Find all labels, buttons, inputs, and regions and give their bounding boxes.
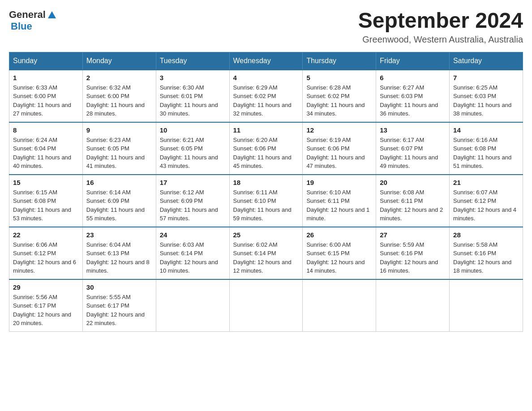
- table-row: 14Sunrise: 6:16 AMSunset: 6:08 PMDayligh…: [450, 122, 523, 175]
- svg-marker-0: [48, 11, 56, 18]
- day-info: Sunrise: 5:56 AMSunset: 6:17 PMDaylight:…: [13, 293, 79, 328]
- table-row: 30Sunrise: 5:55 AMSunset: 6:17 PMDayligh…: [82, 279, 156, 332]
- logo-text-general: General: [9, 9, 46, 21]
- table-row: [229, 279, 303, 332]
- day-number: 27: [380, 231, 446, 239]
- title-section: September 2024 Greenwood, Western Austra…: [358, 9, 523, 45]
- table-row: 9Sunrise: 6:23 AMSunset: 6:05 PMDaylight…: [82, 122, 156, 175]
- day-info: Sunrise: 5:58 AMSunset: 6:16 PMDaylight:…: [453, 240, 519, 275]
- day-number: 30: [86, 283, 152, 291]
- table-row: 15Sunrise: 6:15 AMSunset: 6:08 PMDayligh…: [9, 175, 83, 227]
- day-number: 23: [86, 231, 152, 239]
- day-info: Sunrise: 6:12 AMSunset: 6:09 PMDaylight:…: [160, 188, 226, 223]
- day-info: Sunrise: 6:28 AMSunset: 6:02 PMDaylight:…: [306, 83, 372, 118]
- day-number: 6: [380, 74, 446, 81]
- day-info: Sunrise: 6:33 AMSunset: 6:00 PMDaylight:…: [13, 83, 79, 118]
- day-info: Sunrise: 6:29 AMSunset: 6:02 PMDaylight:…: [233, 83, 299, 118]
- day-number: 15: [13, 179, 79, 186]
- day-number: 14: [453, 126, 519, 134]
- day-info: Sunrise: 6:20 AMSunset: 6:06 PMDaylight:…: [233, 136, 299, 171]
- day-number: 5: [306, 74, 372, 81]
- day-number: 12: [306, 126, 372, 134]
- calendar-week-row-3: 15Sunrise: 6:15 AMSunset: 6:08 PMDayligh…: [9, 175, 523, 227]
- table-row: [450, 279, 523, 332]
- day-info: Sunrise: 5:55 AMSunset: 6:17 PMDaylight:…: [86, 293, 152, 328]
- day-info: Sunrise: 6:17 AMSunset: 6:07 PMDaylight:…: [380, 136, 446, 171]
- table-row: [376, 279, 450, 332]
- location-subtitle: Greenwood, Western Australia, Australia: [358, 34, 523, 45]
- day-info: Sunrise: 6:21 AMSunset: 6:05 PMDaylight:…: [160, 136, 226, 171]
- col-header-thursday: Thursday: [303, 52, 376, 70]
- table-row: 22Sunrise: 6:06 AMSunset: 6:12 PMDayligh…: [9, 227, 83, 279]
- calendar-table: Sunday Monday Tuesday Wednesday Thursday…: [9, 52, 523, 332]
- day-number: 22: [13, 231, 79, 239]
- month-title: September 2024: [358, 9, 523, 33]
- table-row: 3Sunrise: 6:30 AMSunset: 6:01 PMDaylight…: [156, 70, 229, 122]
- day-number: 17: [160, 179, 226, 186]
- day-info: Sunrise: 6:07 AMSunset: 6:12 PMDaylight:…: [453, 188, 519, 223]
- table-row: 12Sunrise: 6:19 AMSunset: 6:06 PMDayligh…: [303, 122, 376, 175]
- table-row: 20Sunrise: 6:08 AMSunset: 6:11 PMDayligh…: [376, 175, 450, 227]
- table-row: 16Sunrise: 6:14 AMSunset: 6:09 PMDayligh…: [82, 175, 156, 227]
- day-number: 19: [306, 179, 372, 186]
- day-info: Sunrise: 6:06 AMSunset: 6:12 PMDaylight:…: [13, 240, 79, 275]
- day-info: Sunrise: 6:04 AMSunset: 6:13 PMDaylight:…: [86, 240, 152, 275]
- table-row: 26Sunrise: 6:00 AMSunset: 6:15 PMDayligh…: [303, 227, 376, 279]
- day-number: 24: [160, 231, 226, 239]
- table-row: 1Sunrise: 6:33 AMSunset: 6:00 PMDaylight…: [9, 70, 83, 122]
- day-number: 1: [13, 74, 79, 81]
- table-row: 24Sunrise: 6:03 AMSunset: 6:14 PMDayligh…: [156, 227, 229, 279]
- table-row: 7Sunrise: 6:25 AMSunset: 6:03 PMDaylight…: [450, 70, 523, 122]
- table-row: 8Sunrise: 6:24 AMSunset: 6:04 PMDaylight…: [9, 122, 83, 175]
- day-info: Sunrise: 6:11 AMSunset: 6:10 PMDaylight:…: [233, 188, 299, 223]
- col-header-monday: Monday: [82, 52, 156, 70]
- table-row: 23Sunrise: 6:04 AMSunset: 6:13 PMDayligh…: [82, 227, 156, 279]
- day-info: Sunrise: 6:27 AMSunset: 6:03 PMDaylight:…: [380, 83, 446, 118]
- logo-triangle-icon: [47, 10, 57, 20]
- table-row: 17Sunrise: 6:12 AMSunset: 6:09 PMDayligh…: [156, 175, 229, 227]
- day-number: 28: [453, 231, 519, 239]
- day-number: 26: [306, 231, 372, 239]
- day-number: 16: [86, 179, 152, 186]
- day-info: Sunrise: 6:16 AMSunset: 6:08 PMDaylight:…: [453, 136, 519, 171]
- day-info: Sunrise: 6:24 AMSunset: 6:04 PMDaylight:…: [13, 136, 79, 171]
- day-number: 4: [233, 74, 299, 81]
- day-info: Sunrise: 6:15 AMSunset: 6:08 PMDaylight:…: [13, 188, 79, 223]
- day-info: Sunrise: 6:14 AMSunset: 6:09 PMDaylight:…: [86, 188, 152, 223]
- day-number: 13: [380, 126, 446, 134]
- day-number: 20: [380, 179, 446, 186]
- table-row: 6Sunrise: 6:27 AMSunset: 6:03 PMDaylight…: [376, 70, 450, 122]
- table-row: 21Sunrise: 6:07 AMSunset: 6:12 PMDayligh…: [450, 175, 523, 227]
- col-header-saturday: Saturday: [450, 52, 523, 70]
- table-row: [156, 279, 229, 332]
- table-row: 13Sunrise: 6:17 AMSunset: 6:07 PMDayligh…: [376, 122, 450, 175]
- day-info: Sunrise: 6:25 AMSunset: 6:03 PMDaylight:…: [453, 83, 519, 118]
- day-info: Sunrise: 6:02 AMSunset: 6:14 PMDaylight:…: [233, 240, 299, 275]
- page-header: General Blue September 2024 Greenwood, W…: [9, 9, 523, 45]
- day-info: Sunrise: 6:00 AMSunset: 6:15 PMDaylight:…: [306, 240, 372, 275]
- table-row: 18Sunrise: 6:11 AMSunset: 6:10 PMDayligh…: [229, 175, 303, 227]
- col-header-tuesday: Tuesday: [156, 52, 229, 70]
- table-row: 10Sunrise: 6:21 AMSunset: 6:05 PMDayligh…: [156, 122, 229, 175]
- table-row: 4Sunrise: 6:29 AMSunset: 6:02 PMDaylight…: [229, 70, 303, 122]
- day-number: 7: [453, 74, 519, 81]
- col-header-wednesday: Wednesday: [229, 52, 303, 70]
- logo-text-blue: Blue: [11, 21, 32, 32]
- day-number: 9: [86, 126, 152, 134]
- table-row: 19Sunrise: 6:10 AMSunset: 6:11 PMDayligh…: [303, 175, 376, 227]
- calendar-week-row-1: 1Sunrise: 6:33 AMSunset: 6:00 PMDaylight…: [9, 70, 523, 122]
- logo: General Blue: [9, 9, 57, 32]
- table-row: [303, 279, 376, 332]
- calendar-header-row: Sunday Monday Tuesday Wednesday Thursday…: [9, 52, 523, 70]
- day-info: Sunrise: 6:03 AMSunset: 6:14 PMDaylight:…: [160, 240, 226, 275]
- day-info: Sunrise: 6:30 AMSunset: 6:01 PMDaylight:…: [160, 83, 226, 118]
- table-row: 2Sunrise: 6:32 AMSunset: 6:00 PMDaylight…: [82, 70, 156, 122]
- day-info: Sunrise: 6:08 AMSunset: 6:11 PMDaylight:…: [380, 188, 446, 223]
- day-number: 25: [233, 231, 299, 239]
- table-row: 29Sunrise: 5:56 AMSunset: 6:17 PMDayligh…: [9, 279, 83, 332]
- day-info: Sunrise: 6:10 AMSunset: 6:11 PMDaylight:…: [306, 188, 372, 223]
- day-number: 2: [86, 74, 152, 81]
- day-info: Sunrise: 5:59 AMSunset: 6:16 PMDaylight:…: [380, 240, 446, 275]
- table-row: 27Sunrise: 5:59 AMSunset: 6:16 PMDayligh…: [376, 227, 450, 279]
- day-number: 29: [13, 283, 79, 291]
